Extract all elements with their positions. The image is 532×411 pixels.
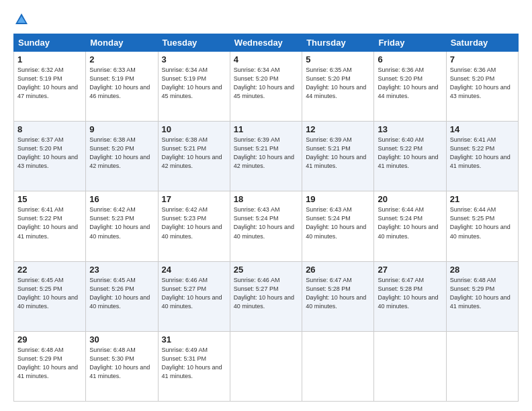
day-number: 5 [306, 54, 370, 64]
day-info: Sunrise: 6:39 AMSunset: 5:21 PMDaylight:… [234, 136, 298, 171]
calendar-cell: 17Sunrise: 6:42 AMSunset: 5:23 PMDayligh… [158, 191, 230, 261]
day-info: Sunrise: 6:39 AMSunset: 5:21 PMDaylight:… [306, 136, 370, 171]
day-number: 26 [306, 265, 370, 275]
col-thursday: Thursday [302, 34, 374, 52]
calendar-cell [302, 331, 374, 401]
calendar-cell: 5Sunrise: 6:35 AMSunset: 5:20 PMDaylight… [302, 52, 374, 122]
day-number: 25 [234, 265, 298, 275]
calendar-row-3: 15Sunrise: 6:41 AMSunset: 5:22 PMDayligh… [14, 191, 519, 261]
calendar-header-row: Sunday Monday Tuesday Wednesday Thursday… [14, 34, 519, 52]
calendar-cell: 28Sunrise: 6:48 AMSunset: 5:29 PMDayligh… [446, 261, 518, 331]
calendar-cell: 25Sunrise: 6:46 AMSunset: 5:27 PMDayligh… [230, 261, 302, 331]
calendar-cell: 30Sunrise: 6:48 AMSunset: 5:30 PMDayligh… [86, 331, 158, 401]
day-number: 10 [162, 124, 226, 134]
day-number: 30 [89, 334, 154, 345]
day-number: 8 [17, 124, 82, 134]
day-info: Sunrise: 6:32 AMSunset: 5:19 PMDaylight:… [17, 66, 82, 101]
day-number: 11 [234, 124, 298, 134]
day-info: Sunrise: 6:35 AMSunset: 5:20 PMDaylight:… [306, 66, 370, 101]
day-info: Sunrise: 6:36 AMSunset: 5:20 PMDaylight:… [450, 66, 515, 101]
day-number: 31 [162, 334, 226, 345]
day-info: Sunrise: 6:41 AMSunset: 5:22 PMDaylight:… [17, 205, 82, 240]
day-number: 21 [450, 194, 515, 204]
day-info: Sunrise: 6:34 AMSunset: 5:20 PMDaylight:… [234, 66, 298, 101]
calendar-cell: 24Sunrise: 6:46 AMSunset: 5:27 PMDayligh… [158, 261, 230, 331]
day-info: Sunrise: 6:42 AMSunset: 5:23 PMDaylight:… [89, 205, 154, 240]
day-info: Sunrise: 6:45 AMSunset: 5:26 PMDaylight:… [89, 276, 154, 311]
calendar-cell: 2Sunrise: 6:33 AMSunset: 5:19 PMDaylight… [86, 52, 158, 122]
day-info: Sunrise: 6:44 AMSunset: 5:24 PMDaylight:… [378, 205, 442, 240]
day-number: 9 [89, 124, 154, 134]
day-info: Sunrise: 6:40 AMSunset: 5:22 PMDaylight:… [378, 136, 442, 171]
day-info: Sunrise: 6:49 AMSunset: 5:31 PMDaylight:… [162, 346, 226, 381]
calendar-cell: 16Sunrise: 6:42 AMSunset: 5:23 PMDayligh… [86, 191, 158, 261]
calendar-cell: 1Sunrise: 6:32 AMSunset: 5:19 PMDaylight… [14, 52, 86, 122]
col-sunday: Sunday [14, 34, 86, 52]
day-number: 18 [234, 194, 298, 204]
calendar-row-4: 22Sunrise: 6:45 AMSunset: 5:25 PMDayligh… [14, 261, 519, 331]
calendar-cell [230, 331, 302, 401]
day-info: Sunrise: 6:34 AMSunset: 5:19 PMDaylight:… [162, 66, 226, 101]
calendar-cell: 3Sunrise: 6:34 AMSunset: 5:19 PMDaylight… [158, 52, 230, 122]
calendar-cell: 20Sunrise: 6:44 AMSunset: 5:24 PMDayligh… [374, 191, 446, 261]
day-info: Sunrise: 6:48 AMSunset: 5:29 PMDaylight:… [450, 276, 515, 311]
calendar-cell: 10Sunrise: 6:38 AMSunset: 5:21 PMDayligh… [158, 122, 230, 191]
day-number: 3 [162, 54, 226, 64]
col-saturday: Saturday [446, 34, 518, 52]
day-number: 1 [17, 54, 82, 64]
calendar-cell: 14Sunrise: 6:41 AMSunset: 5:22 PMDayligh… [446, 122, 518, 191]
day-number: 19 [306, 194, 370, 204]
day-number: 23 [89, 265, 154, 275]
col-wednesday: Wednesday [230, 34, 302, 52]
day-number: 6 [378, 54, 442, 64]
calendar-cell: 11Sunrise: 6:39 AMSunset: 5:21 PMDayligh… [230, 122, 302, 191]
calendar-cell: 4Sunrise: 6:34 AMSunset: 5:20 PMDaylight… [230, 52, 302, 122]
page: Sunday Monday Tuesday Wednesday Thursday… [0, 0, 532, 411]
day-number: 7 [450, 54, 515, 64]
day-number: 24 [162, 265, 226, 275]
day-number: 29 [17, 334, 82, 345]
calendar-row-1: 1Sunrise: 6:32 AMSunset: 5:19 PMDaylight… [14, 52, 519, 122]
calendar-row-5: 29Sunrise: 6:48 AMSunset: 5:29 PMDayligh… [14, 331, 519, 401]
day-number: 22 [17, 265, 82, 275]
day-info: Sunrise: 6:43 AMSunset: 5:24 PMDaylight:… [306, 205, 370, 240]
day-number: 12 [306, 124, 370, 134]
col-monday: Monday [86, 34, 158, 52]
calendar-table: Sunday Monday Tuesday Wednesday Thursday… [13, 34, 519, 402]
day-info: Sunrise: 6:38 AMSunset: 5:21 PMDaylight:… [162, 136, 226, 171]
day-number: 2 [89, 54, 154, 64]
day-info: Sunrise: 6:45 AMSunset: 5:25 PMDaylight:… [17, 276, 82, 311]
logo-icon [14, 12, 29, 27]
day-number: 15 [17, 194, 82, 204]
day-info: Sunrise: 6:37 AMSunset: 5:20 PMDaylight:… [17, 136, 82, 171]
day-number: 27 [378, 265, 442, 275]
calendar-cell: 8Sunrise: 6:37 AMSunset: 5:20 PMDaylight… [14, 122, 86, 191]
day-number: 20 [378, 194, 442, 204]
calendar-cell: 26Sunrise: 6:47 AMSunset: 5:28 PMDayligh… [302, 261, 374, 331]
header [13, 12, 519, 27]
calendar-cell [446, 331, 518, 401]
calendar-cell: 19Sunrise: 6:43 AMSunset: 5:24 PMDayligh… [302, 191, 374, 261]
calendar-cell: 31Sunrise: 6:49 AMSunset: 5:31 PMDayligh… [158, 331, 230, 401]
calendar-cell [374, 331, 446, 401]
col-tuesday: Tuesday [158, 34, 230, 52]
calendar-cell: 15Sunrise: 6:41 AMSunset: 5:22 PMDayligh… [14, 191, 86, 261]
day-number: 13 [378, 124, 442, 134]
day-info: Sunrise: 6:47 AMSunset: 5:28 PMDaylight:… [378, 276, 442, 311]
calendar-cell: 27Sunrise: 6:47 AMSunset: 5:28 PMDayligh… [374, 261, 446, 331]
day-info: Sunrise: 6:36 AMSunset: 5:20 PMDaylight:… [378, 66, 442, 101]
day-number: 4 [234, 54, 298, 64]
calendar-cell: 7Sunrise: 6:36 AMSunset: 5:20 PMDaylight… [446, 52, 518, 122]
calendar-cell: 12Sunrise: 6:39 AMSunset: 5:21 PMDayligh… [302, 122, 374, 191]
day-number: 14 [450, 124, 515, 134]
day-number: 17 [162, 194, 226, 204]
day-info: Sunrise: 6:43 AMSunset: 5:24 PMDaylight:… [234, 205, 298, 240]
day-info: Sunrise: 6:44 AMSunset: 5:25 PMDaylight:… [450, 205, 515, 240]
day-info: Sunrise: 6:48 AMSunset: 5:30 PMDaylight:… [89, 346, 154, 381]
calendar-cell: 23Sunrise: 6:45 AMSunset: 5:26 PMDayligh… [86, 261, 158, 331]
day-info: Sunrise: 6:41 AMSunset: 5:22 PMDaylight:… [450, 136, 515, 171]
day-info: Sunrise: 6:46 AMSunset: 5:27 PMDaylight:… [162, 276, 226, 311]
day-info: Sunrise: 6:46 AMSunset: 5:27 PMDaylight:… [234, 276, 298, 311]
calendar-cell: 29Sunrise: 6:48 AMSunset: 5:29 PMDayligh… [14, 331, 86, 401]
calendar-row-2: 8Sunrise: 6:37 AMSunset: 5:20 PMDaylight… [14, 122, 519, 191]
